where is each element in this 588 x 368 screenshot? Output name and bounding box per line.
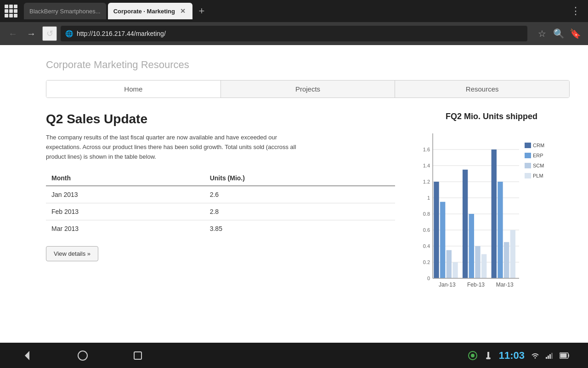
cell-month: Jan 2013 [46, 186, 204, 203]
secure-icon: 🌐 [65, 30, 73, 37]
svg-text:ERP: ERP [533, 153, 543, 158]
tab-projects[interactable]: Projects [221, 80, 396, 98]
view-details-button[interactable]: View details » [46, 246, 98, 261]
cell-units: 2.8 [204, 203, 395, 220]
svg-text:1.4: 1.4 [423, 163, 430, 168]
svg-text:PLM: PLM [533, 173, 543, 178]
tab-active-label: Corporate · Marketing [113, 8, 175, 15]
svg-text:1.6: 1.6 [423, 147, 430, 152]
sales-table: Month Units (Mio.) Jan 2013 2.6 Feb 2013… [46, 171, 395, 237]
right-panel: FQ2 Mio. Units shipped 00.20.40.60.811.2… [413, 112, 570, 294]
url-bar[interactable]: 🌐 http://10.216.217.44/marketing/ [61, 26, 527, 41]
svg-rect-48 [487, 352, 489, 357]
android-status: 11:03 [468, 350, 570, 362]
svg-rect-37 [525, 153, 531, 158]
svg-rect-20 [492, 150, 497, 278]
svg-rect-51 [548, 356, 549, 359]
bookmarks-icon[interactable]: 🔖 [568, 26, 582, 41]
col-header-month: Month [46, 171, 204, 186]
cell-units: 2.6 [204, 186, 395, 203]
page-nav-tabs: Home Projects Resources [46, 80, 570, 98]
android-nav [18, 346, 147, 365]
battery-icon [560, 352, 570, 359]
svg-rect-53 [551, 353, 553, 359]
android-back-button[interactable] [18, 346, 37, 365]
page-content: Corporate Marketing Resources Home Proje… [0, 45, 588, 343]
svg-rect-55 [568, 354, 569, 357]
svg-text:Jan-13: Jan-13 [439, 282, 456, 288]
new-tab-button[interactable]: + [194, 4, 209, 18]
android-icon [468, 351, 478, 361]
svg-rect-41 [525, 173, 531, 178]
svg-point-44 [78, 351, 87, 360]
svg-rect-18 [434, 182, 439, 278]
tab-resources[interactable]: Resources [395, 80, 569, 98]
svg-text:CRM: CRM [533, 143, 544, 148]
svg-text:0.6: 0.6 [423, 227, 430, 233]
svg-text:0.4: 0.4 [423, 243, 430, 249]
search-icon[interactable]: 🔍 [551, 26, 566, 41]
tab-close-button[interactable]: ✕ [179, 7, 187, 15]
bookmark-star-icon[interactable]: ☆ [535, 26, 549, 41]
reload-button[interactable]: ↺ [42, 26, 57, 41]
cell-month: Feb 2013 [46, 203, 204, 220]
chart-title: FQ2 Mio. Units shipped [413, 112, 570, 121]
svg-text:0.2: 0.2 [423, 259, 430, 265]
svg-rect-39 [525, 163, 531, 168]
svg-text:0: 0 [427, 276, 430, 281]
svg-rect-45 [134, 352, 141, 359]
svg-rect-35 [525, 143, 531, 148]
svg-rect-27 [452, 262, 458, 278]
svg-rect-23 [498, 182, 503, 278]
android-bar: 11:03 [0, 343, 588, 368]
svg-text:1.2: 1.2 [423, 179, 430, 184]
back-button[interactable]: ← [6, 26, 20, 41]
svg-rect-29 [510, 230, 515, 278]
svg-rect-24 [447, 250, 452, 278]
table-row: Jan 2013 2.6 [46, 186, 395, 203]
svg-rect-25 [475, 246, 480, 278]
svg-rect-21 [440, 202, 445, 278]
chart-svg: 00.20.40.60.811.21.41.6Jan-13Feb-13Mar-1… [413, 129, 560, 299]
svg-text:Feb-13: Feb-13 [467, 282, 485, 288]
content-area: Q2 Sales Update The company results of t… [46, 112, 570, 294]
section-title: Q2 Sales Update [46, 112, 395, 126]
tab-inactive-label: BlackBerry Smartphones... [29, 8, 101, 15]
section-description: The company results of the last fiscal q… [46, 133, 303, 161]
col-header-units: Units (Mio.) [204, 171, 395, 186]
svg-marker-43 [25, 351, 29, 360]
cell-month: Mar 2013 [46, 220, 204, 237]
table-row: Feb 2013 2.8 [46, 203, 395, 220]
cell-units: 3.85 [204, 220, 395, 237]
android-home-button[interactable] [74, 346, 92, 365]
svg-rect-50 [546, 357, 547, 359]
forward-button[interactable]: → [24, 26, 39, 41]
tab-home[interactable]: Home [46, 80, 221, 98]
browser-menu-button[interactable]: ⋮ [567, 5, 584, 17]
svg-rect-52 [549, 354, 551, 359]
left-panel: Q2 Sales Update The company results of t… [46, 112, 395, 294]
svg-text:Mar-13: Mar-13 [496, 282, 514, 288]
svg-rect-28 [481, 254, 486, 279]
svg-rect-26 [504, 242, 509, 278]
svg-text:SCM: SCM [533, 163, 544, 168]
svg-rect-22 [469, 214, 474, 278]
wifi-icon [530, 352, 540, 359]
tab-bar: BlackBerry Smartphones... Corporate · Ma… [0, 0, 588, 22]
browser-tab-active[interactable]: Corporate · Marketing ✕ [108, 3, 192, 19]
android-recents-button[interactable] [129, 346, 147, 365]
svg-rect-49 [486, 357, 491, 359]
usb-icon [483, 351, 493, 361]
svg-text:0.8: 0.8 [423, 211, 430, 217]
svg-text:1: 1 [427, 195, 430, 201]
browser-tab-inactive[interactable]: BlackBerry Smartphones... [24, 3, 106, 19]
bb-logo [4, 4, 18, 18]
status-time: 11:03 [499, 350, 525, 362]
svg-rect-56 [560, 353, 567, 357]
url-text: http://10.216.217.44/marketing/ [77, 30, 523, 37]
svg-rect-19 [463, 170, 468, 278]
address-actions: ☆ 🔍 🔖 [535, 26, 582, 41]
svg-point-47 [471, 354, 475, 357]
table-row: Mar 2013 3.85 [46, 220, 395, 237]
chart-container: 00.20.40.60.811.21.41.6Jan-13Feb-13Mar-1… [413, 129, 560, 294]
